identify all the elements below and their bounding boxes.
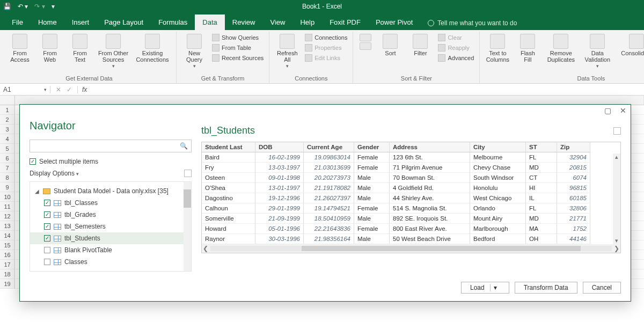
fx-icon[interactable]: fx (78, 86, 91, 93)
tab-formulas[interactable]: Formulas (151, 14, 195, 30)
row-header[interactable]: 5 (0, 144, 15, 153)
new-query-button[interactable]: New Query▾ (181, 32, 208, 69)
row-header[interactable]: 1 (0, 105, 15, 115)
row-header[interactable]: 19 (0, 279, 15, 289)
tab-file[interactable]: File (4, 14, 31, 30)
column-header[interactable]: City (470, 142, 526, 152)
existing-connections-button[interactable]: Existing Connections (133, 32, 172, 63)
row-header[interactable]: 17 (0, 260, 15, 269)
remove-duplicates-button[interactable]: Remove Duplicates (544, 32, 577, 63)
connections-button[interactable]: Connections (304, 33, 348, 42)
tree-file-node[interactable]: ◢ Student Data Model - Data only.xlsx [3… (30, 185, 191, 197)
row-header[interactable]: 12 (0, 211, 15, 221)
row-header[interactable]: 11 (0, 202, 15, 211)
tab-page-layout[interactable]: Page Layout (97, 14, 151, 30)
row-header[interactable]: 3 (0, 125, 15, 134)
row-header[interactable]: 2 (0, 115, 15, 125)
row-header[interactable]: 16 (0, 250, 15, 260)
column-header[interactable]: Current Age (304, 142, 354, 152)
checkbox-icon[interactable]: ✓ (44, 223, 50, 230)
sort-button[interactable]: Sort (377, 32, 404, 56)
tree-scrollbar[interactable] (184, 182, 191, 271)
tree-item-tbl-semesters[interactable]: ✓tbl_Semesters (30, 221, 191, 232)
preview-hscroll[interactable]: ❮❯ (202, 244, 620, 253)
clear-button[interactable]: Clear (437, 33, 475, 42)
from-web-button[interactable]: From Web (36, 32, 63, 63)
refresh-icon[interactable] (184, 170, 192, 177)
table-row[interactable]: Howard05-01-199622.21643836Female800 Eas… (202, 224, 620, 234)
customize-qa-icon[interactable]: ▾ (52, 3, 55, 10)
row-header[interactable]: 4 (0, 134, 15, 144)
column-header[interactable]: DOB (255, 142, 304, 152)
row-header[interactable]: 9 (0, 182, 15, 192)
column-header[interactable]: Address (390, 142, 470, 152)
cancel-formula-icon[interactable]: ✕ (56, 86, 61, 93)
load-button[interactable]: Load▾ (461, 282, 509, 294)
checkbox-icon[interactable] (44, 247, 50, 253)
table-row[interactable]: Raynor30-03-199621.98356164Male50 West B… (202, 234, 620, 244)
cancel-button[interactable]: Cancel (583, 282, 621, 294)
row-header[interactable]: 14 (0, 231, 15, 240)
row-header[interactable]: 13 (0, 221, 15, 231)
tree-item-classes[interactable]: Classes (30, 256, 191, 268)
select-multiple-checkbox[interactable]: ✓Select multiple items (30, 158, 192, 165)
text-to-columns-button[interactable]: Text to Columns (484, 32, 511, 63)
preview-vscroll[interactable]: ▴▾ (613, 153, 620, 244)
undo-icon[interactable]: ↶ ▾ (18, 3, 28, 10)
table-row[interactable]: Dagostino19-12-199621.26027397Male44 Shi… (202, 193, 620, 203)
from-text-button[interactable]: From Text (67, 32, 93, 63)
row-header[interactable]: 7 (0, 163, 15, 173)
checkbox-icon[interactable] (44, 259, 50, 265)
tree-item-tbl-classes[interactable]: ✓tbl_Classes (30, 197, 191, 209)
tab-view[interactable]: View (262, 14, 292, 30)
row-header[interactable]: 15 (0, 240, 15, 250)
redo-icon[interactable]: ↷ ▾ (34, 3, 45, 10)
tab-data[interactable]: Data (195, 14, 224, 30)
tree-item-blank-pivottable[interactable]: Blank PivotTable (30, 244, 191, 256)
search-input[interactable]: 🔍 (30, 140, 192, 152)
table-row[interactable]: Calhoun29-01-199919.14794521Female514 S.… (202, 203, 620, 214)
refresh-all-button[interactable]: Refresh All▾ (274, 32, 301, 69)
tab-foxit[interactable]: Foxit PDF (322, 14, 368, 30)
display-options-dropdown[interactable]: Display Options ▾ (30, 170, 79, 177)
close-icon[interactable]: ✕ (618, 106, 628, 115)
preview-options-icon[interactable] (613, 127, 621, 135)
tab-help[interactable]: Help (292, 14, 322, 30)
reapply-button[interactable]: Reapply (437, 43, 475, 53)
row-header[interactable]: 10 (0, 192, 15, 202)
table-row[interactable]: Baird16-02-199919.09863014Female123 6th … (202, 152, 620, 163)
checkbox-icon[interactable]: ✓ (44, 235, 50, 241)
from-access-button[interactable]: From Access (6, 32, 33, 63)
filter-button[interactable]: Filter (407, 32, 434, 56)
name-box[interactable]: A1▾ (0, 86, 50, 93)
column-header[interactable]: Zip (557, 142, 590, 152)
consolidate-button[interactable]: Consolidate (617, 32, 644, 56)
advanced-button[interactable]: Advanced (437, 53, 475, 63)
edit-links-button[interactable]: Edit Links (304, 53, 348, 63)
tab-power-pivot[interactable]: Power Pivot (368, 14, 420, 30)
show-queries-button[interactable]: Show Queries (211, 33, 265, 42)
save-icon[interactable]: 💾 (3, 3, 11, 10)
recent-sources-button[interactable]: Recent Sources (211, 53, 265, 63)
row-header[interactable]: 6 (0, 153, 15, 163)
tab-home[interactable]: Home (31, 14, 64, 30)
column-header[interactable]: Student Last (202, 142, 255, 152)
transform-data-button[interactable]: Transform Data (515, 282, 577, 294)
row-header[interactable]: 8 (0, 173, 15, 182)
tree-item-tbl-students[interactable]: ✓tbl_Students (30, 232, 191, 244)
tab-insert[interactable]: Insert (64, 14, 97, 30)
table-row[interactable]: Osteen09-01-199820.20273973Male70 Bowman… (202, 173, 620, 183)
table-row[interactable]: O'Shea13-01-199721.19178082Male4 Goldfie… (202, 183, 620, 193)
row-header[interactable]: 18 (0, 269, 15, 279)
table-row[interactable]: Somerville21-09-199918.50410959Male892 S… (202, 214, 620, 224)
tab-review[interactable]: Review (225, 14, 263, 30)
tell-me-search[interactable]: Tell me what you want to do (428, 19, 517, 30)
from-table-button[interactable]: From Table (211, 43, 265, 53)
tree-item-tbl-grades[interactable]: ✓tbl_Grades (30, 209, 191, 221)
data-validation-button[interactable]: Data Validation▾ (581, 32, 614, 69)
checkbox-icon[interactable]: ✓ (44, 211, 50, 218)
column-header[interactable]: Gender (354, 142, 390, 152)
from-other-sources-button[interactable]: From Other Sources▾ (97, 32, 130, 69)
sort-az-button[interactable] (357, 32, 374, 50)
column-header[interactable]: ST (526, 142, 557, 152)
